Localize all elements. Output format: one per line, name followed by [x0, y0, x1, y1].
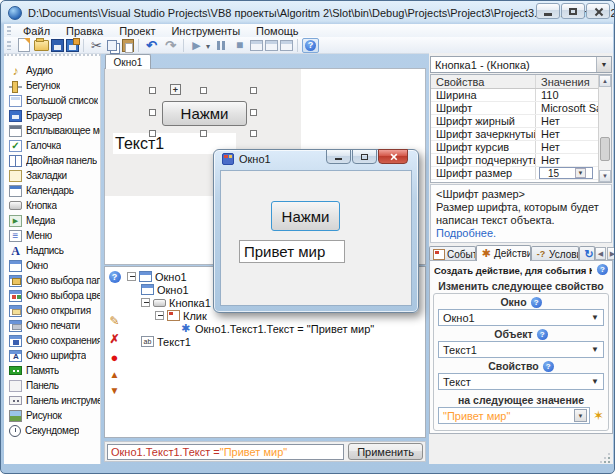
close-button[interactable] [586, 3, 610, 19]
delete-icon[interactable]: ✗ [108, 333, 122, 345]
help-circle-icon[interactable] [597, 264, 608, 275]
sidebar-item-window[interactable]: Окно [4, 258, 100, 273]
menu-help[interactable]: Помощь [248, 25, 307, 37]
property-row[interactable]: Ширина110 [431, 89, 611, 102]
sidebar-item-open-dialog[interactable]: Окно открытия [4, 303, 100, 318]
sidebar-item-print-dialog[interactable]: Окно печати [4, 318, 100, 333]
sidebar-item-slider[interactable]: Бегунок [4, 78, 100, 93]
sidebar-item-save-dialog[interactable]: Окно сохранения [4, 333, 100, 348]
property-select[interactable]: Текст▼ [438, 373, 604, 390]
chevron-down-icon[interactable]: ▼ [596, 57, 611, 72]
preview-window[interactable]: Окно1 Нажми Привет мир [213, 149, 419, 313]
collapse-icon[interactable] [141, 298, 150, 307]
redo-icon[interactable] [162, 38, 179, 53]
property-row[interactable]: Шрифт жирныйНет [431, 115, 611, 128]
property-row-font-size[interactable]: Шрифт размер 15▼ [431, 167, 611, 180]
sidebar-item-memory[interactable]: Память [4, 363, 100, 378]
tab-conditions[interactable]: Условия [531, 246, 579, 261]
property-row[interactable]: Шрифт курсивНет [431, 141, 611, 154]
sidebar-item-calendar[interactable]: Календарь [4, 183, 100, 198]
sidebar-item-stopwatch[interactable]: Секундомер [4, 423, 100, 438]
preview-button[interactable]: Нажми [271, 201, 340, 231]
sidebar-item-big-list[interactable]: Большой список [4, 93, 100, 108]
menu-project[interactable]: Проект [111, 25, 163, 37]
help-circle-icon[interactable] [543, 361, 554, 372]
run-icon[interactable] [188, 38, 205, 53]
resize-handle[interactable] [149, 130, 156, 137]
help-icon[interactable] [302, 38, 319, 53]
scroll-left-icon[interactable]: ◀ [595, 247, 606, 260]
scroll-up-icon[interactable]: ▲ [599, 75, 611, 87]
stop-icon[interactable] [231, 38, 248, 53]
move-down-icon[interactable]: ▼ [108, 386, 122, 396]
save-icon[interactable] [51, 39, 64, 52]
property-row[interactable]: ШрифтMicrosoft Sans Serif [431, 102, 611, 115]
menu-edit[interactable]: Правка [58, 25, 111, 37]
minimize-button[interactable] [536, 3, 560, 19]
tab-actions[interactable]: Действия [476, 245, 531, 261]
undo-icon[interactable] [143, 38, 160, 53]
resize-handle[interactable] [250, 87, 257, 94]
menu-file[interactable]: Файл [15, 25, 58, 37]
copy-icon[interactable] [107, 40, 117, 51]
edit-pencil-icon[interactable]: ✎ [108, 315, 122, 327]
tab-events[interactable]: События [429, 246, 476, 261]
sidebar-item-label-control[interactable]: Надпись [4, 243, 100, 258]
object-selector[interactable]: Кнопка1 - (Кнопка) ▼ [430, 56, 612, 73]
designed-button[interactable]: Нажми [162, 101, 247, 126]
resize-handle[interactable] [149, 109, 156, 116]
pause-icon[interactable] [212, 38, 229, 53]
resize-handle[interactable] [149, 87, 156, 94]
sidebar-item-picture[interactable]: Рисунок [4, 408, 100, 423]
sidebar-item-button[interactable]: Кнопка [4, 198, 100, 213]
collapse-icon[interactable] [127, 272, 136, 281]
paste-icon[interactable] [122, 39, 134, 52]
help-circle-icon[interactable] [537, 329, 548, 340]
tree-row[interactable]: Текст1 [127, 335, 423, 348]
dropdown-icon[interactable]: ▼ [575, 168, 586, 178]
window-select[interactable]: Окно1▼ [438, 309, 604, 326]
property-row[interactable]: Шрифт зачеркнутыйНет [431, 128, 611, 141]
sidebar-item-media[interactable]: Медиа [4, 213, 100, 228]
maximize-button[interactable] [561, 3, 585, 19]
preview-textbox[interactable]: Привет мир [239, 240, 345, 263]
sidebar-item-menu[interactable]: Меню [4, 228, 100, 243]
object-select[interactable]: Текст1▼ [438, 341, 604, 358]
sidebar-item-bookmarks[interactable]: Закладки [4, 168, 100, 183]
collapse-icon[interactable] [155, 311, 164, 320]
preview-titlebar[interactable]: Окно1 [222, 153, 271, 165]
move-handle[interactable]: + [170, 84, 181, 95]
step-window-icon[interactable] [265, 40, 278, 51]
scroll-down-icon[interactable]: ▼ [599, 170, 611, 182]
step-back-icon[interactable] [250, 40, 263, 51]
cut-icon[interactable] [88, 38, 105, 53]
dropdown-icon[interactable]: ▼ [574, 409, 587, 422]
sidebar-item-checkbox[interactable]: Галочка [4, 138, 100, 153]
sidebar-item-browser[interactable]: Браузер [4, 108, 100, 123]
details-link[interactable]: Подробнее. [436, 227, 496, 239]
scrollbar-thumb[interactable] [600, 137, 610, 161]
menu-tools[interactable]: Инструменты [163, 25, 248, 37]
help-circle-icon[interactable] [531, 297, 542, 308]
value-input[interactable]: "Привет мир"▼ [438, 407, 590, 424]
scroll-right-icon[interactable]: ▶ [607, 247, 615, 260]
resize-handle[interactable] [200, 87, 207, 94]
open-folder-icon[interactable] [34, 40, 49, 51]
font-size-editor[interactable]: 15▼ [539, 167, 593, 179]
tree-row[interactable]: Окно1.Текст1.Текст = "Привет мир" [127, 322, 423, 335]
resize-handle[interactable] [250, 109, 257, 116]
step-forward-icon[interactable] [280, 40, 293, 51]
designer-tab[interactable]: Окно1 [105, 54, 151, 69]
property-scrollbar[interactable]: ▲ ▼ [598, 75, 611, 182]
sidebar-item-toolbar-panel[interactable]: Панель инструментов [4, 393, 100, 408]
sidebar-item-folder-dialog[interactable]: Окно выбора папки [4, 273, 100, 288]
sidebar-item-popup-menu[interactable]: Всплывающее меню [4, 123, 100, 138]
preview-minimize-button[interactable] [326, 149, 351, 164]
apply-button[interactable]: Применить [348, 443, 423, 460]
property-row[interactable]: Шрифт подчеркнутыйНет [431, 154, 611, 167]
sidebar-item-audio[interactable]: Аудио [4, 63, 100, 78]
new-file-icon[interactable] [18, 38, 30, 52]
titlebar[interactable]: D:\Documents\Visual Studio Projects\VB8 … [1, 1, 615, 24]
resize-handle[interactable] [250, 130, 257, 137]
expression-input[interactable]: Окно1.Текст1.Текст = "Привет мир" [107, 444, 344, 460]
